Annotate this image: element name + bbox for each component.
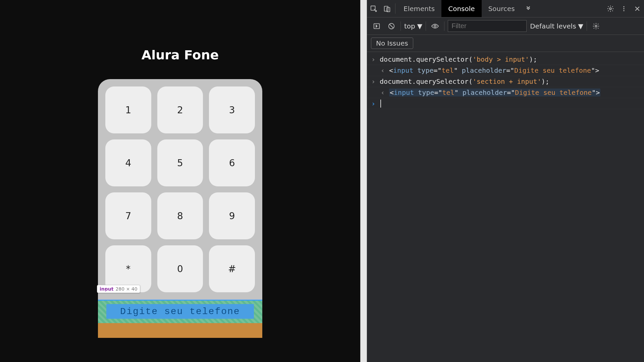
- svg-point-3: [609, 8, 611, 10]
- console-toolbar: top ▼ Default levels ▼: [367, 17, 644, 35]
- phone-input[interactable]: Digite seu telefone: [106, 304, 254, 319]
- live-expression-icon[interactable]: [429, 20, 441, 32]
- devtools-panel: Elements Console Sources top ▼: [367, 0, 644, 362]
- console-result-node[interactable]: <input type="tel" placeholder="Digite se…: [389, 66, 599, 74]
- key-7[interactable]: 7: [105, 192, 151, 239]
- devtools-tab-bar: Elements Console Sources: [367, 0, 644, 17]
- console-row: <input type="tel" placeholder="Digite se…: [367, 87, 644, 98]
- output-glyph-icon: [380, 88, 386, 97]
- input-glyph-icon: [370, 77, 376, 85]
- settings-icon[interactable]: [604, 0, 617, 17]
- key-hash[interactable]: #: [209, 245, 255, 292]
- svg-point-6: [623, 10, 624, 11]
- tab-divider: [395, 3, 395, 14]
- pane-scrollbar-gutter[interactable]: [360, 0, 367, 362]
- log-levels-label: Default levels: [530, 22, 576, 30]
- device-toolbar-icon[interactable]: [380, 0, 394, 17]
- tab-elements[interactable]: Elements: [397, 0, 441, 17]
- inspect-tooltip-tag: input: [100, 286, 113, 292]
- page-title: Alura Fone: [142, 48, 219, 62]
- console-input-code: document.querySelector('body > input');: [380, 55, 537, 63]
- tab-console[interactable]: Console: [441, 0, 481, 17]
- issues-bar: No Issues: [367, 35, 644, 52]
- inspect-element-icon[interactable]: [367, 0, 380, 17]
- phone-keypad-frame: 1 2 3 4 5 6 7 8 9 * 0 #: [98, 79, 262, 300]
- svg-rect-1: [384, 6, 388, 11]
- log-levels-selector[interactable]: Default levels ▼: [530, 22, 583, 30]
- console-caret[interactable]: [380, 100, 381, 108]
- tab-sources[interactable]: Sources: [482, 0, 522, 17]
- chevron-down-icon: ▼: [417, 22, 422, 30]
- console-output[interactable]: document.querySelector('body > input');<…: [367, 52, 644, 362]
- webpage-pane: Alura Fone 1 2 3 4 5 6 7 8 9 * 0 # Digit…: [0, 0, 360, 362]
- kebab-menu-icon[interactable]: [617, 0, 631, 17]
- keypad-grid: 1 2 3 4 5 6 7 8 9 * 0 #: [105, 86, 255, 292]
- execution-context-selector[interactable]: top ▼: [404, 22, 422, 30]
- svg-point-10: [595, 25, 597, 27]
- console-row: document.querySelector('section + input'…: [367, 76, 644, 87]
- more-tabs-icon[interactable]: [522, 0, 535, 17]
- console-row: [367, 98, 644, 109]
- toggle-sidebar-icon[interactable]: [371, 20, 382, 32]
- console-input-code: document.querySelector('section + input'…: [380, 77, 549, 85]
- key-0[interactable]: 0: [157, 245, 203, 292]
- key-3[interactable]: 3: [209, 86, 255, 133]
- chevron-down-icon: ▼: [578, 22, 583, 30]
- key-2[interactable]: 2: [157, 86, 203, 133]
- svg-point-5: [623, 8, 624, 9]
- key-4[interactable]: 4: [105, 139, 151, 186]
- close-devtools-icon[interactable]: [631, 0, 644, 17]
- console-row: document.querySelector('body > input');: [367, 54, 644, 65]
- key-6[interactable]: 6: [209, 139, 255, 186]
- input-glyph-icon: [370, 55, 376, 63]
- execution-context-label: top: [404, 22, 415, 30]
- key-9[interactable]: 9: [209, 192, 255, 239]
- phone-input-row: Digite seu telefone: [98, 300, 262, 323]
- key-1[interactable]: 1: [105, 86, 151, 133]
- inspect-tooltip-dimensions: 280 × 40: [115, 286, 137, 292]
- output-glyph-icon: [380, 66, 386, 74]
- margin-overlay: [98, 323, 262, 338]
- clear-console-icon[interactable]: [386, 20, 397, 32]
- console-filter-input[interactable]: [448, 20, 527, 32]
- prompt-glyph-icon: [370, 100, 376, 108]
- svg-point-9: [434, 25, 436, 27]
- console-row: <input type="tel" placeholder="Digite se…: [367, 65, 644, 76]
- no-issues-chip[interactable]: No Issues: [371, 38, 413, 49]
- key-5[interactable]: 5: [157, 139, 203, 186]
- console-result-node[interactable]: <input type="tel" placeholder="Digite se…: [389, 88, 600, 97]
- key-8[interactable]: 8: [157, 192, 203, 239]
- inspect-tooltip: input 280 × 40: [97, 285, 140, 293]
- svg-point-4: [623, 6, 624, 7]
- console-settings-icon[interactable]: [590, 20, 602, 32]
